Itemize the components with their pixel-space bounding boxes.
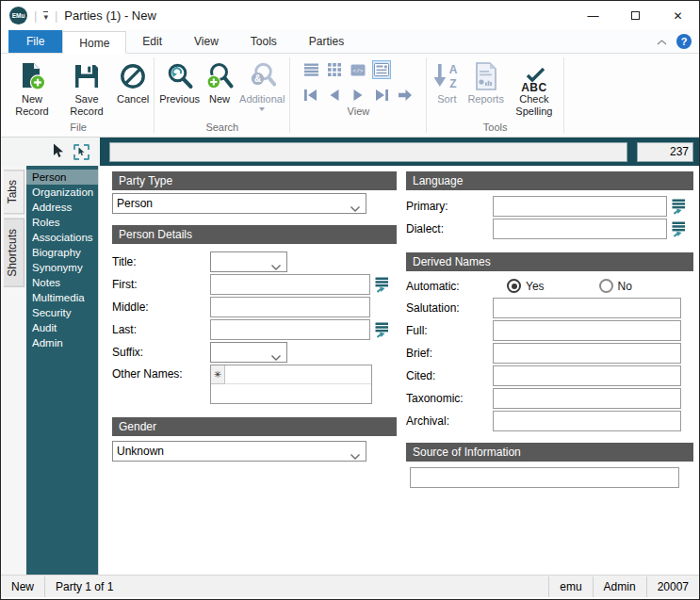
check-spelling-button[interactable]: ABC Check Spelling (507, 58, 562, 119)
ribbon: New Record Save Record (1, 54, 699, 138)
middle-input[interactable] (210, 297, 370, 317)
suffix-combo[interactable] (210, 342, 287, 363)
side-tab-tabs[interactable]: Tabs (4, 170, 24, 214)
sidebar-item-person[interactable]: Person (26, 170, 98, 185)
tab-file[interactable]: File (8, 30, 62, 53)
quick-access-dropdown-icon[interactable]: ▾ (43, 11, 48, 21)
new-record-icon (18, 59, 46, 93)
collapse-ribbon-icon[interactable] (657, 35, 667, 48)
cursor-icon[interactable] (51, 143, 65, 161)
sidebar-item-audit[interactable]: Audit (26, 320, 98, 335)
goto-record-icon[interactable] (396, 86, 415, 105)
side-tab-strip: Tabs Shortcuts (1, 166, 26, 575)
sidebar-item-synonymy[interactable]: Synonymy (26, 260, 98, 275)
cancel-label: Cancel (117, 93, 149, 105)
gender-combo[interactable]: Unknown (112, 441, 366, 462)
full-input[interactable] (493, 320, 681, 341)
marquee-select-icon[interactable] (73, 144, 90, 160)
first-label: First: (112, 278, 210, 291)
sidebar-item-roles[interactable]: Roles (26, 215, 98, 230)
first-record-icon[interactable] (301, 86, 320, 105)
previous-search-icon (166, 59, 194, 93)
automatic-yes-radio[interactable] (507, 279, 521, 293)
other-names-grid[interactable]: ✳ (210, 365, 372, 404)
grid-view-icon[interactable] (325, 60, 344, 79)
minimize-button[interactable]: — (572, 1, 614, 30)
reports-icon (474, 59, 498, 93)
form-view-icon[interactable] (372, 60, 391, 79)
party-type-value: Person (113, 194, 366, 213)
record-summary-field (109, 142, 627, 162)
group-caption-view: View (292, 105, 424, 121)
tab-view[interactable]: View (178, 30, 235, 53)
dialect-input[interactable] (493, 219, 667, 239)
sidebar-item-associations[interactable]: Associations (26, 230, 98, 245)
title-combo[interactable] (210, 251, 287, 272)
cancel-button[interactable]: Cancel (114, 58, 152, 106)
primary-language-input[interactable] (493, 196, 667, 217)
ribbon-group-search: Previous New (156, 54, 287, 137)
primary-label: Primary: (406, 200, 493, 213)
tab-sidebar: Person Organization Address Roles Associ… (26, 166, 98, 575)
previous-record-icon[interactable] (325, 86, 344, 105)
save-record-button[interactable]: Save Record (59, 58, 114, 119)
sidebar-item-organization[interactable]: Organization (26, 185, 98, 200)
archival-input[interactable] (493, 411, 681, 431)
sidebar-item-biography[interactable]: Biography (26, 245, 98, 260)
next-record-icon[interactable] (349, 86, 367, 105)
grid-cell[interactable] (225, 365, 371, 384)
last-record-icon[interactable] (372, 86, 391, 105)
maximize-button[interactable] (614, 1, 657, 30)
tab-tools[interactable]: Tools (235, 30, 293, 53)
sidebar-item-notes[interactable]: Notes (26, 275, 98, 290)
svg-text:&: & (254, 73, 261, 84)
new-search-button[interactable]: New (203, 58, 236, 106)
sort-button[interactable]: A Z Sort (429, 58, 464, 106)
reports-button[interactable]: Reports (464, 58, 507, 106)
tab-parties[interactable]: Parties (293, 30, 360, 53)
sidebar-item-address[interactable]: Address (26, 200, 98, 215)
sidebar-item-admin[interactable]: Admin (26, 335, 98, 350)
lookup-list-icon[interactable] (672, 221, 686, 237)
chevron-down-icon (271, 260, 281, 273)
sidebar-item-security[interactable]: Security (26, 305, 98, 320)
lookup-list-icon[interactable] (375, 322, 389, 338)
previous-search-button[interactable]: Previous (156, 58, 203, 106)
check-spelling-icon: ABC (521, 59, 547, 93)
app-window: EMu | ▾ | Parties (1) - New — ✕ File Hom… (0, 0, 700, 600)
last-input[interactable] (210, 319, 370, 340)
taxonomic-input[interactable] (493, 388, 681, 409)
brief-input[interactable] (493, 343, 681, 364)
chevron-down-icon (350, 202, 360, 215)
group-caption-tools: Tools (429, 121, 562, 137)
ribbon-group-file: New Record Save Record (5, 54, 152, 137)
person-details-header: Person Details (112, 225, 397, 244)
tab-edit[interactable]: Edit (126, 30, 178, 53)
lookup-list-icon[interactable] (375, 277, 389, 293)
help-icon[interactable]: ? (676, 34, 692, 49)
new-record-label: New Record (8, 93, 57, 118)
source-of-information-header: Source of Information (406, 443, 693, 462)
party-type-combo[interactable]: Person (112, 193, 366, 214)
additional-search-button[interactable]: & Additional (236, 58, 287, 112)
party-type-header: Party Type (112, 171, 397, 190)
salutation-input[interactable] (493, 298, 681, 318)
lookup-list-icon[interactable] (672, 199, 686, 215)
first-input[interactable] (210, 274, 370, 295)
code-view-icon[interactable]: </> (349, 60, 367, 79)
close-button[interactable]: ✕ (657, 1, 699, 30)
automatic-no-radio[interactable] (599, 279, 613, 293)
additional-dropdown-icon (259, 107, 265, 111)
gender-header: Gender (112, 417, 397, 436)
ribbon-separator (563, 57, 564, 133)
tab-home[interactable]: Home (62, 31, 126, 54)
form-area: Party Type Person Person Details Title: … (98, 166, 699, 575)
source-of-information-input[interactable] (410, 467, 679, 488)
sidebar-item-multimedia[interactable]: Multimedia (26, 290, 98, 305)
additional-label: Additional (239, 93, 285, 105)
new-record-button[interactable]: New Record (5, 58, 59, 119)
list-view-icon[interactable] (301, 60, 320, 79)
cancel-icon (119, 59, 147, 93)
cited-input[interactable] (493, 365, 681, 386)
side-tab-shortcuts[interactable]: Shortcuts (4, 219, 24, 287)
